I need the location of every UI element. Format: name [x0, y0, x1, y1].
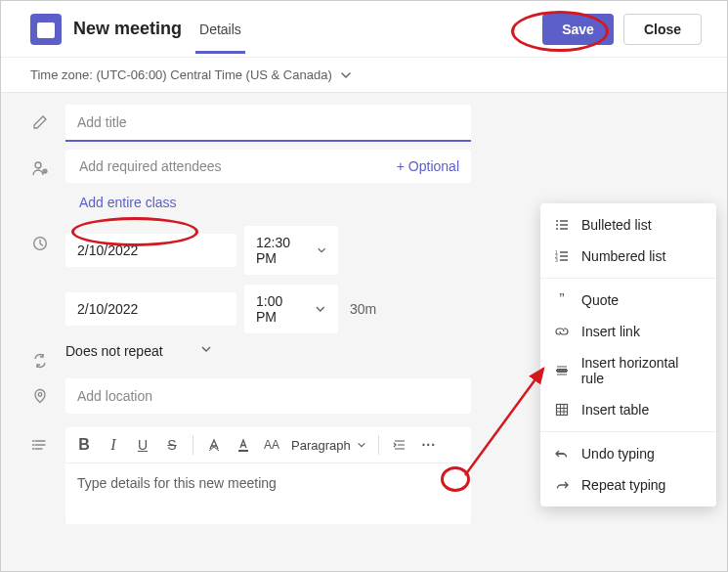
paragraph-style-select[interactable]: Paragraph [291, 438, 366, 453]
chevron-down-icon [200, 343, 212, 355]
end-time-input[interactable]: 1:00 PM [244, 285, 338, 333]
menu-insert-hr[interactable]: Insert horizontal rule [540, 347, 716, 394]
svg-point-4 [32, 440, 34, 442]
separator [378, 435, 379, 455]
svg-point-0 [35, 162, 41, 168]
menu-undo[interactable]: Undo typing [540, 438, 716, 469]
font-color-button[interactable] [235, 435, 252, 455]
menu-bulleted-list[interactable]: Bulleted list [540, 209, 716, 241]
table-icon [554, 402, 570, 418]
recurrence-select[interactable]: Does not repeat [65, 343, 212, 359]
richtext-toolbar: B I U S AA Paragraph [65, 427, 471, 463]
meeting-form: + Optional Add entire class 2/10/2022 12… [1, 93, 509, 524]
repeat-icon [30, 353, 50, 369]
redo-icon [554, 477, 570, 493]
svg-rect-14 [557, 405, 568, 416]
menu-label: Insert table [581, 402, 649, 418]
undo-icon [554, 446, 570, 462]
add-entire-class-link[interactable]: Add entire class [79, 195, 177, 210]
svg-point-5 [32, 444, 34, 446]
highlight-button[interactable] [205, 435, 223, 455]
numbered-list-icon: 123 [554, 248, 570, 264]
menu-quote[interactable]: ” Quote [540, 285, 716, 316]
calendar-icon [30, 14, 62, 45]
chevron-down-icon [340, 69, 352, 81]
header-bar: New meeting Details Save Close [1, 1, 727, 58]
timezone-picker[interactable]: Time zone: (UTC-06:00) Central Time (US … [1, 58, 727, 93]
underline-button[interactable]: U [134, 435, 151, 455]
menu-label: Quote [581, 292, 619, 308]
timezone-label: Time zone: (UTC-06:00) Central Time (US … [30, 67, 332, 82]
recurrence-label: Does not repeat [65, 343, 163, 359]
menu-label: Numbered list [581, 248, 665, 264]
quote-icon: ” [554, 292, 570, 308]
strike-button[interactable]: S [163, 435, 181, 455]
svg-point-3 [38, 393, 42, 397]
end-time-label: 1:00 PM [256, 293, 305, 325]
menu-label: Repeat typing [581, 477, 665, 493]
svg-rect-7 [238, 450, 248, 452]
paragraph-style-label: Paragraph [291, 438, 351, 453]
menu-separator [540, 278, 716, 279]
menu-separator [540, 431, 716, 432]
svg-point-9 [556, 224, 558, 226]
attendees-input[interactable] [77, 157, 397, 175]
menu-label: Insert link [581, 324, 640, 339]
pencil-icon [30, 114, 50, 130]
menu-label: Insert horizontal rule [581, 355, 703, 386]
save-button[interactable]: Save [542, 14, 614, 45]
italic-button[interactable]: I [105, 435, 122, 455]
clock-icon [30, 236, 50, 251]
start-time-label: 12:30 PM [256, 235, 307, 266]
menu-insert-link[interactable]: Insert link [540, 316, 716, 347]
description-icon [30, 437, 50, 453]
add-optional-button[interactable]: + Optional [397, 158, 459, 174]
attendees-icon [30, 159, 50, 177]
link-icon [554, 324, 570, 339]
svg-point-6 [32, 448, 34, 450]
chevron-down-icon [357, 440, 366, 450]
start-time-input[interactable]: 12:30 PM [244, 226, 338, 275]
bulleted-list-icon [554, 217, 570, 233]
chevron-down-icon [315, 303, 326, 315]
menu-label: Bulleted list [581, 217, 652, 233]
formatting-context-menu: Bulleted list 123 Numbered list ” Quote … [540, 203, 716, 506]
location-input[interactable] [65, 378, 471, 414]
start-date-input[interactable]: 2/10/2022 [65, 234, 236, 267]
duration-label: 30m [346, 292, 380, 326]
indent-button[interactable] [391, 435, 408, 455]
svg-point-10 [556, 228, 558, 230]
more-formatting-button[interactable]: ··· [420, 435, 438, 455]
horizontal-rule-icon [554, 363, 570, 378]
svg-point-8 [556, 220, 558, 222]
title-input[interactable] [65, 105, 471, 142]
chevron-down-icon [317, 244, 326, 256]
font-size-button[interactable]: AA [264, 435, 279, 455]
description-input[interactable]: Type details for this new meeting [65, 463, 471, 524]
end-date-input[interactable]: 2/10/2022 [65, 292, 236, 326]
menu-numbered-list[interactable]: 123 Numbered list [540, 241, 716, 272]
bold-button[interactable]: B [75, 435, 93, 455]
tab-details[interactable]: Details [195, 4, 245, 54]
separator [193, 435, 193, 455]
close-button[interactable]: Close [623, 14, 702, 45]
menu-redo[interactable]: Repeat typing [540, 469, 716, 501]
page-title: New meeting [73, 19, 182, 39]
svg-text:3: 3 [555, 257, 558, 263]
menu-label: Undo typing [581, 446, 655, 462]
menu-insert-table[interactable]: Insert table [540, 394, 716, 425]
location-icon [30, 388, 50, 404]
